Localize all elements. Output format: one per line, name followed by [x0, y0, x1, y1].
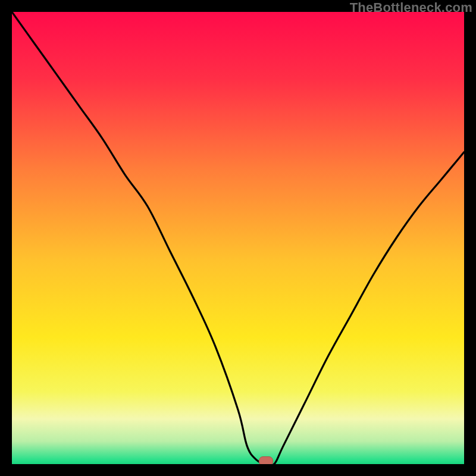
plot-area [12, 12, 464, 464]
chart-frame: TheBottleneck.com [0, 0, 476, 476]
optimal-point-marker [259, 456, 273, 464]
bottleneck-curve [12, 12, 464, 464]
watermark-text: TheBottleneck.com [350, 0, 472, 15]
